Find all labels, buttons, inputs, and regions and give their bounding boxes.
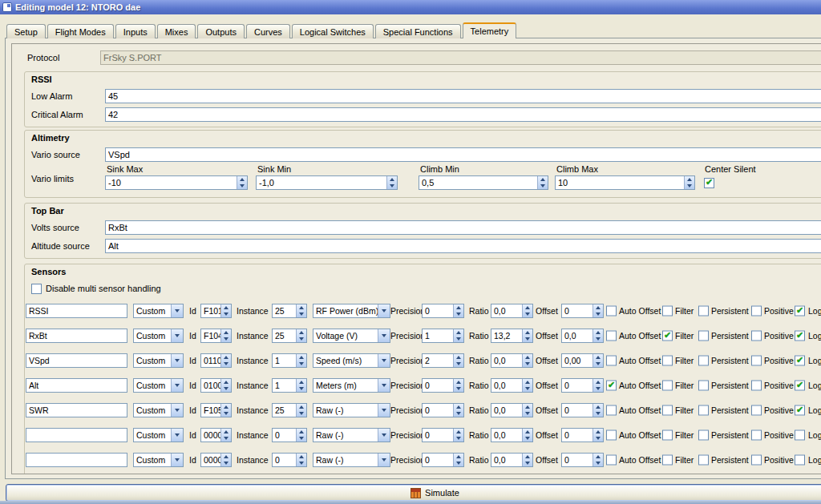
- sensor-ratio-spinbox[interactable]: 0,0: [491, 378, 533, 393]
- sensor-ratio-spinbox[interactable]: 0,0: [491, 403, 533, 417]
- tab-logical-switches[interactable]: Logical Switches: [292, 24, 374, 38]
- spinner-up-icon[interactable]: [538, 176, 548, 183]
- spinner-down-icon[interactable]: [593, 336, 603, 342]
- sensor-name-input[interactable]: [26, 428, 127, 442]
- sink-min-spinbox[interactable]: -1,0: [256, 175, 398, 190]
- spinner-up-icon[interactable]: [523, 404, 532, 410]
- spinner-up-icon[interactable]: [221, 429, 231, 435]
- positive-checkbox[interactable]: [751, 381, 762, 391]
- sensor-type-dropdown[interactable]: Custom: [133, 329, 184, 343]
- critical-alarm-input[interactable]: [105, 107, 821, 122]
- positive-checkbox[interactable]: [751, 306, 762, 317]
- spinner-up-icon[interactable]: [593, 404, 603, 410]
- spinner-down-icon[interactable]: [523, 311, 532, 317]
- spinner-up-icon[interactable]: [454, 454, 463, 460]
- auto-offset-checkbox[interactable]: [606, 455, 617, 466]
- sensor-unit-dropdown[interactable]: Raw (-): [313, 403, 390, 417]
- disable-multi-sensor-checkbox[interactable]: [31, 284, 42, 294]
- dropdown-arrow-icon[interactable]: [378, 404, 390, 417]
- dropdown-arrow-icon[interactable]: [378, 379, 390, 392]
- spinner-down-icon[interactable]: [523, 385, 532, 392]
- sensor-name-input[interactable]: [26, 304, 127, 318]
- spinner-buttons[interactable]: [220, 404, 231, 417]
- persistent-checkbox[interactable]: [698, 381, 709, 391]
- sensor-instance-spinbox[interactable]: 25: [272, 329, 307, 343]
- spinner-up-icon[interactable]: [297, 429, 306, 435]
- spinner-down-icon[interactable]: [523, 361, 532, 367]
- spinner-buttons[interactable]: [522, 329, 532, 342]
- sensor-type-dropdown[interactable]: Custom: [133, 304, 184, 318]
- center-silent-checkbox[interactable]: [704, 178, 714, 188]
- spinner-up-icon[interactable]: [297, 354, 306, 361]
- sensor-precision-spinbox[interactable]: 0: [422, 428, 464, 442]
- spinner-down-icon[interactable]: [523, 435, 532, 442]
- spinner-buttons[interactable]: [220, 454, 231, 466]
- sensor-precision-spinbox[interactable]: 0: [422, 304, 464, 318]
- spinner-down-icon[interactable]: [454, 460, 463, 466]
- spinner-up-icon[interactable]: [523, 304, 532, 311]
- sensor-id-spinbox[interactable]: F104: [200, 329, 232, 343]
- log-checkbox[interactable]: [795, 455, 805, 466]
- dropdown-arrow-icon[interactable]: [378, 429, 390, 442]
- spinner-down-icon[interactable]: [297, 435, 306, 442]
- log-checkbox[interactable]: [795, 306, 805, 317]
- dropdown-arrow-icon[interactable]: [378, 354, 390, 367]
- sensor-precision-spinbox[interactable]: 2: [422, 353, 464, 368]
- log-checkbox[interactable]: [795, 381, 805, 391]
- sensor-offset-spinbox[interactable]: 0,00: [561, 353, 604, 368]
- climb-min-spinbox[interactable]: 0,5: [419, 175, 548, 190]
- spinner-up-icon[interactable]: [237, 176, 247, 183]
- spinner-up-icon[interactable]: [523, 379, 532, 385]
- spinner-up-icon[interactable]: [221, 354, 231, 361]
- sensor-instance-spinbox[interactable]: 0: [272, 428, 307, 442]
- spinner-up-icon[interactable]: [297, 404, 306, 410]
- spinner-up-icon[interactable]: [593, 429, 603, 435]
- sensor-name-input[interactable]: [26, 353, 127, 368]
- persistent-checkbox[interactable]: [698, 455, 709, 466]
- spinner-buttons[interactable]: [453, 454, 463, 466]
- spinner-down-icon[interactable]: [454, 336, 463, 342]
- spinner-down-icon[interactable]: [454, 410, 463, 417]
- spinner-buttons[interactable]: [592, 354, 603, 367]
- spinner-buttons[interactable]: [522, 379, 532, 392]
- spinner-buttons[interactable]: [522, 304, 532, 317]
- dropdown-arrow-icon[interactable]: [171, 379, 183, 392]
- dropdown-arrow-icon[interactable]: [171, 329, 183, 342]
- spinner-buttons[interactable]: [296, 354, 306, 367]
- spinner-buttons[interactable]: [220, 429, 231, 442]
- dropdown-arrow-icon[interactable]: [171, 404, 183, 417]
- tab-telemetry[interactable]: Telemetry: [463, 22, 517, 38]
- spinner-buttons[interactable]: [220, 379, 231, 392]
- spinner-up-icon[interactable]: [593, 304, 603, 311]
- spinner-down-icon[interactable]: [593, 361, 603, 367]
- spinner-up-icon[interactable]: [523, 454, 532, 460]
- spinner-up-icon[interactable]: [221, 404, 231, 410]
- sensor-unit-dropdown[interactable]: RF Power (dBm): [313, 304, 390, 318]
- filter-checkbox[interactable]: [662, 356, 673, 366]
- sensor-name-input[interactable]: [26, 453, 127, 467]
- persistent-checkbox[interactable]: [698, 356, 709, 366]
- spinner-buttons[interactable]: [453, 354, 463, 367]
- sensor-id-spinbox[interactable]: 0110: [200, 353, 232, 368]
- spinner-down-icon[interactable]: [523, 336, 532, 342]
- vario-source-input[interactable]: [105, 147, 821, 162]
- spinner-down-icon[interactable]: [297, 336, 306, 342]
- sensor-type-dropdown[interactable]: Custom: [133, 353, 184, 368]
- sensor-instance-spinbox[interactable]: 0: [272, 453, 307, 467]
- persistent-checkbox[interactable]: [698, 306, 709, 317]
- persistent-checkbox[interactable]: [698, 405, 709, 416]
- spinner-down-icon[interactable]: [297, 311, 306, 317]
- persistent-checkbox[interactable]: [698, 430, 709, 441]
- tab-mixes[interactable]: Mixes: [157, 24, 196, 38]
- sensor-precision-spinbox[interactable]: 0: [422, 378, 464, 393]
- spinner-down-icon[interactable]: [593, 385, 603, 392]
- spinner-down-icon[interactable]: [297, 410, 306, 417]
- spinner-up-icon[interactable]: [454, 429, 463, 435]
- spinner-buttons[interactable]: [592, 454, 603, 466]
- spinner-buttons[interactable]: [453, 304, 463, 317]
- spinner-down-icon[interactable]: [685, 183, 694, 189]
- sensor-type-dropdown[interactable]: Custom: [133, 453, 184, 467]
- sensor-precision-spinbox[interactable]: 0: [422, 403, 464, 417]
- spinner-buttons[interactable]: [537, 176, 548, 189]
- spinner-up-icon[interactable]: [593, 454, 603, 460]
